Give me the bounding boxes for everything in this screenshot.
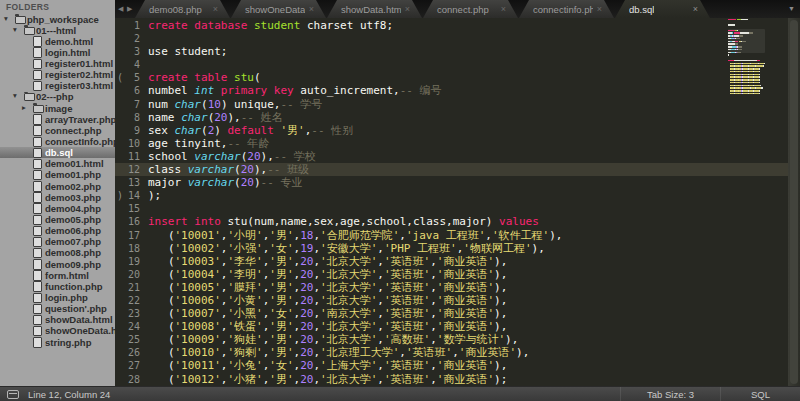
syntax-indicator[interactable]: SQL	[720, 387, 800, 401]
editor[interactable]: 1create database student charset utf8;23…	[115, 18, 800, 386]
code-line-28[interactable]: 28 ('10012','小猪','男',20,'北京大学','英语班','商业…	[115, 373, 800, 386]
sidebar-item-register01.html[interactable]: register01.html	[0, 58, 115, 69]
line-number: 7	[115, 98, 148, 111]
tab-connectinfo.php[interactable]: connectinfo.php×	[519, 0, 614, 18]
panel-toggle-icon[interactable]	[7, 390, 19, 399]
code-line-10[interactable]: 10age tinyint,-- 年龄	[115, 137, 800, 150]
code-line-9[interactable]: 9sex char(2) default '男',-- 性别	[115, 124, 800, 137]
sidebar-item-demo01.php[interactable]: demo01.php	[0, 169, 115, 180]
code-line-18[interactable]: 18 ('10002','小强','女',19,'安徽大学','PHP 工程班'…	[115, 242, 800, 255]
tab-close-icon[interactable]: ×	[597, 4, 602, 14]
tab-demo08.php[interactable]: demo08.php×	[135, 0, 230, 18]
tab-showOneData.html[interactable]: showOneData.html×	[231, 0, 326, 18]
code-line-11[interactable]: 11school varchar(20),-- 学校	[115, 150, 800, 163]
sidebar-item-image[interactable]: ▸image	[0, 102, 115, 113]
collapse-icon[interactable]: ▾	[4, 14, 8, 24]
code-line-23[interactable]: 23 ('10007','小黑','女',20,'南京大学','英语班','商业…	[115, 307, 800, 320]
code-text: ('10012','小猪','男',20,'北京大学','英语班','商业英语'…	[148, 373, 800, 386]
sidebar-item-demo04.php[interactable]: demo04.php	[0, 202, 115, 213]
tab-close-icon[interactable]: ×	[213, 4, 218, 14]
sidebar-item-connect.php[interactable]: connect.php	[0, 124, 115, 135]
code-line-12[interactable]: 12class varchar(20),-- 班级	[115, 163, 800, 176]
sidebar-item-showData.html[interactable]: showData.html	[0, 314, 115, 325]
code-line-26[interactable]: 26 ('10010','狗剩','男',20,'北京理工大学','英语班','…	[115, 346, 800, 359]
tab-label: connectinfo.php	[533, 4, 593, 15]
file-name: string.php	[45, 337, 91, 348]
tab-showData.html[interactable]: showData.html×	[327, 0, 422, 18]
line-number: 23	[115, 307, 148, 320]
line-number: 18	[115, 242, 148, 255]
sidebar-item-showOneData.html[interactable]: showOneData.html	[0, 325, 115, 336]
code-line-25[interactable]: 25 ('10009','狗娃','男',20,'北京大学','高数班','数学…	[115, 333, 800, 346]
tab-scroll-left-icon[interactable]: ◀	[118, 5, 123, 13]
code-line-7[interactable]: 7num char(10) unique,-- 学号	[115, 98, 800, 111]
code-line-6[interactable]: 6numbel int primary key auto_increment,-…	[115, 84, 800, 97]
sidebar-item-demo03.php[interactable]: demo03.php	[0, 191, 115, 202]
sidebar-item-demo06.php[interactable]: demo06.php	[0, 225, 115, 236]
file-name: 01---html	[36, 25, 76, 36]
code-line-14[interactable]: 14));	[115, 189, 800, 202]
sidebar-item-form.html[interactable]: form.html	[0, 269, 115, 280]
code-text: sex char(2) default '男',-- 性别	[148, 124, 800, 137]
code-line-1[interactable]: 1create database student charset utf8;	[115, 19, 800, 32]
line-number: 2	[115, 32, 148, 45]
expand-icon[interactable]: ▸	[22, 103, 26, 113]
sidebar-item-01---html[interactable]: ▾01---html	[0, 24, 115, 35]
sidebar-item-php_workspace[interactable]: ▾php_workspace	[0, 13, 115, 24]
line-number: 16	[115, 215, 148, 228]
code-line-5[interactable]: 5(create table stu(	[115, 71, 800, 84]
code-line-21[interactable]: 21 ('10005','膜拜','男',20,'北京大学','英语班','商业…	[115, 281, 800, 294]
code-line-3[interactable]: 3use student;	[115, 45, 800, 58]
sidebar-item-demo07.php[interactable]: demo07.php	[0, 236, 115, 247]
tab-close-icon[interactable]: ×	[405, 4, 410, 14]
code-area: 1create database student charset utf8;23…	[115, 19, 800, 386]
file-name: demo.html	[45, 36, 93, 47]
code-line-20[interactable]: 20 ('10004','李明','男',20,'北京大学','英语班','商业…	[115, 268, 800, 281]
sidebar-item-demo.html[interactable]: demo.html	[0, 35, 115, 46]
code-text: school varchar(20),-- 学校	[148, 150, 800, 163]
tab-close-icon[interactable]: ×	[693, 4, 698, 14]
code-line-4[interactable]: 4	[115, 58, 800, 71]
file-name: register02.html	[45, 69, 113, 80]
sidebar-item-demo08.php[interactable]: demo08.php	[0, 247, 115, 258]
scrollbar-thumb[interactable]	[790, 20, 798, 384]
sidebar-item-arrayTraver.php[interactable]: arrayTraver.php	[0, 113, 115, 124]
sidebar-item-login.php[interactable]: login.php	[0, 292, 115, 303]
code-line-8[interactable]: 8name char(20),-- 姓名	[115, 111, 800, 124]
minimap[interactable]	[728, 18, 773, 96]
sidebar-item-demo02.php[interactable]: demo02.php	[0, 180, 115, 191]
tab-size-indicator[interactable]: Tab Size: 3	[620, 387, 720, 401]
tab-overflow-icon[interactable]: ▼	[788, 5, 795, 13]
sidebar-item-string.php[interactable]: string.php	[0, 336, 115, 347]
code-line-19[interactable]: 19 ('10003','李华','男',20,'北京大学','英语班','商业…	[115, 255, 800, 268]
code-text: numbel int primary key auto_increment,--…	[148, 84, 800, 97]
code-line-2[interactable]: 2	[115, 32, 800, 45]
sidebar-item-demo05.php[interactable]: demo05.php	[0, 214, 115, 225]
code-line-13[interactable]: 13major varchar(20)-- 专业	[115, 176, 800, 189]
tab-close-icon[interactable]: ×	[501, 4, 506, 14]
sidebar-item-demo01.html[interactable]: demo01.html	[0, 158, 115, 169]
sidebar-item-02---php[interactable]: ▾02---php	[0, 91, 115, 102]
scrollbar[interactable]	[788, 18, 800, 386]
sidebar-item-db.sql[interactable]: db.sql	[0, 147, 115, 158]
tab-connect.php[interactable]: connect.php×	[423, 0, 518, 18]
tab-db.sql[interactable]: db.sql×	[615, 0, 710, 18]
tab-close-icon[interactable]: ×	[309, 4, 314, 14]
sidebar-item-register03.html[interactable]: register03.html	[0, 80, 115, 91]
code-line-15[interactable]: 15	[115, 202, 800, 215]
code-line-24[interactable]: 24 ('10008','铁蛋','男',20,'北京大学','英语班','商业…	[115, 320, 800, 333]
sidebar-item-function.php[interactable]: function.php	[0, 280, 115, 291]
sidebar-item-demo09.php[interactable]: demo09.php	[0, 258, 115, 269]
code-line-27[interactable]: 27 ('10011','小兔','女',20,'上海大学','英语班','商业…	[115, 359, 800, 372]
tab-scroll-right-icon[interactable]: ▶	[127, 5, 132, 13]
collapse-icon[interactable]: ▾	[13, 25, 17, 35]
code-line-17[interactable]: 17 ('10001','小明','男',18,'合肥师范学院','java 工…	[115, 229, 800, 242]
sidebar-item-connectInfo.php[interactable]: connectInfo.php	[0, 136, 115, 147]
code-line-16[interactable]: 16insert into stu(num,name,sex,age,schoo…	[115, 215, 800, 228]
sidebar-item-question'.php[interactable]: question'.php	[0, 303, 115, 314]
sidebar-item-register02.html[interactable]: register02.html	[0, 69, 115, 80]
line-number: 26	[115, 346, 148, 359]
sidebar-item-login.html[interactable]: login.html	[0, 46, 115, 57]
collapse-icon[interactable]: ▾	[13, 91, 17, 101]
code-line-22[interactable]: 22 ('10006','小黄','男',20,'北京大学','英语班','商业…	[115, 294, 800, 307]
